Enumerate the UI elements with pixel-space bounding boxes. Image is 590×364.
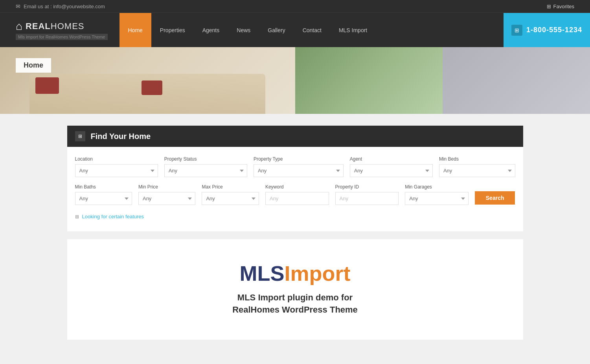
hero-label: Home	[16, 58, 51, 73]
nav-item-home[interactable]: Home	[119, 13, 151, 47]
prop-id-label: Property ID	[335, 184, 399, 190]
nav-item-properties[interactable]: Properties	[151, 13, 194, 47]
mls-subtitle: MLS Import plugin demo for RealHomes Wor…	[75, 292, 515, 316]
features-link[interactable]: ⊞ Looking for certain features	[75, 212, 515, 223]
prop-status-group: Property Status Any	[164, 156, 247, 177]
prop-type-group: Property Type Any	[254, 156, 344, 177]
min-price-select[interactable]: Any	[138, 192, 195, 205]
nav-item-gallery[interactable]: Gallery	[259, 13, 294, 47]
prop-type-label: Property Type	[254, 156, 344, 162]
main-nav: Home Properties Agents News Gallery Cont…	[119, 13, 504, 47]
nav-item-contact[interactable]: Contact	[294, 13, 330, 47]
hero-section-living	[0, 47, 295, 114]
max-price-group: Max Price Any	[202, 184, 259, 205]
min-beds-label: Min Beds	[439, 156, 515, 162]
search-button[interactable]: Search	[475, 191, 515, 205]
house-icon: ⌂	[16, 20, 22, 33]
mls-section: MLSImport MLS Import plugin demo for Rea…	[67, 239, 523, 340]
email-text: Email us at : info@yourwebsite.com	[24, 4, 105, 9]
find-home-title: Find Your Home	[91, 132, 151, 141]
max-price-select[interactable]: Any	[202, 192, 259, 205]
phone-area: ⊞ 1-800-555-1234	[504, 13, 590, 47]
max-price-label: Max Price	[202, 184, 259, 190]
agent-label: Agent	[350, 156, 433, 162]
grid-icon: ⊞	[547, 4, 551, 9]
header: ⌂ REALHOMES Mls import for RealHomes Wor…	[0, 13, 590, 47]
min-garages-select[interactable]: Any	[405, 192, 469, 205]
find-home-panel: ⊞ Find Your Home Location Any Property S…	[67, 126, 523, 231]
logo[interactable]: ⌂ REALHOMES	[16, 20, 108, 33]
nav-item-agents[interactable]: Agents	[194, 13, 228, 47]
find-home-icon: ⊞	[75, 131, 85, 141]
main-content: ⊞ Find Your Home Location Any Property S…	[59, 114, 531, 351]
min-baths-label: Min Baths	[75, 184, 132, 190]
min-beds-group: Min Beds Any	[439, 156, 515, 177]
grid-icon-phone: ⊞	[515, 27, 519, 33]
min-price-group: Min Price Any	[138, 184, 195, 205]
prop-status-select[interactable]: Any	[164, 164, 247, 177]
features-icon: ⊞	[75, 214, 79, 219]
prop-status-label: Property Status	[164, 156, 247, 162]
min-garages-group: Min Garages Any	[405, 184, 469, 205]
min-price-label: Min Price	[138, 184, 195, 190]
house-small-icon: ⊞	[78, 134, 82, 139]
agent-group: Agent Any	[350, 156, 433, 177]
hero-section-garden	[295, 47, 443, 114]
top-bar: ✉ Email us at : info@yourwebsite.com ⊞ F…	[0, 0, 590, 13]
location-select[interactable]: Any	[75, 164, 158, 177]
logo-subtitle: Mls import for RealHomes WordPress Theme	[16, 34, 108, 40]
top-bar-left: ✉ Email us at : info@yourwebsite.com	[16, 3, 105, 9]
agent-select[interactable]: Any	[350, 164, 433, 177]
form-row-2: Min Baths Any Min Price Any Max Price An…	[75, 184, 515, 205]
phone-icon-box: ⊞	[511, 25, 522, 36]
features-link-text: Looking for certain features	[82, 214, 144, 219]
mls-subtitle-line1: MLS Import plugin demo for	[237, 293, 353, 302]
keyword-input[interactable]	[265, 192, 329, 205]
min-garages-label: Min Garages	[405, 184, 469, 190]
keyword-group: Keyword	[265, 184, 329, 205]
find-home-header: ⊞ Find Your Home	[67, 126, 523, 147]
keyword-label: Keyword	[265, 184, 329, 190]
top-bar-right: ⊞ Favorites	[547, 4, 574, 9]
nav-item-mls-import[interactable]: MLS Import	[330, 13, 376, 47]
hero-banner: Home	[0, 47, 590, 114]
import-text: Import	[285, 262, 351, 285]
location-group: Location Any	[75, 156, 158, 177]
logo-text: REALHOMES	[26, 21, 85, 31]
location-label: Location	[75, 156, 158, 162]
form-row-1: Location Any Property Status Any Propert…	[75, 156, 515, 177]
favorites-label[interactable]: Favorites	[553, 4, 574, 9]
prop-type-select[interactable]: Any	[254, 164, 344, 177]
nav-item-news[interactable]: News	[228, 13, 259, 47]
min-beds-select[interactable]: Any	[439, 164, 515, 177]
prop-id-group: Property ID	[335, 184, 399, 205]
logo-area: ⌂ REALHOMES Mls import for RealHomes Wor…	[0, 13, 119, 47]
mls-title: MLSImport	[75, 263, 515, 284]
mail-icon: ✉	[16, 3, 20, 9]
prop-id-input[interactable]	[335, 192, 399, 205]
mls-subtitle-line2: RealHomes WordPress Theme	[232, 305, 358, 315]
search-form: Location Any Property Status Any Propert…	[67, 147, 523, 231]
min-baths-select[interactable]: Any	[75, 192, 132, 205]
min-baths-group: Min Baths Any	[75, 184, 132, 205]
phone-number[interactable]: 1-800-555-1234	[526, 26, 582, 34]
hero-section-room	[443, 47, 590, 114]
mls-text: MLS	[240, 262, 285, 285]
